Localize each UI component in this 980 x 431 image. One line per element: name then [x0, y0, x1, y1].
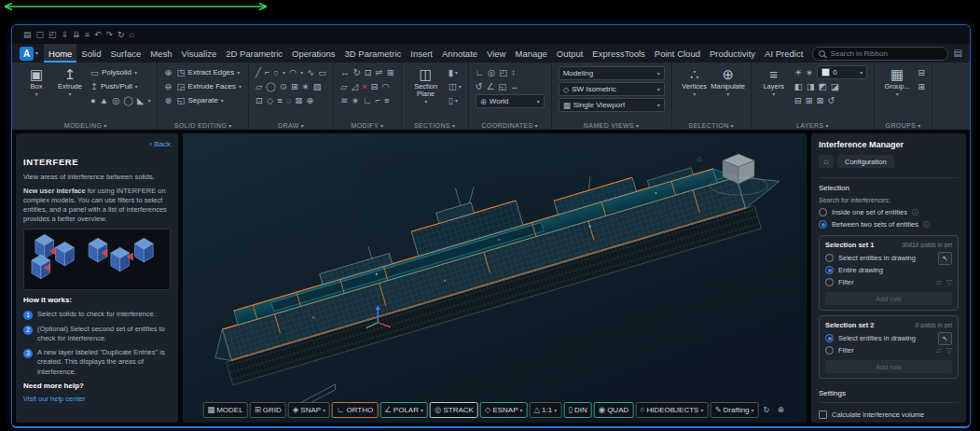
view-cube[interactable] [704, 148, 773, 201]
wedge-icon[interactable]: ◣ [137, 96, 144, 105]
radio-select-entities-in-drawing[interactable] [825, 254, 834, 262]
section-plane-button[interactable]: ◫Section Plane▾ [408, 65, 444, 119]
ucs-object-icon[interactable]: ◱ [498, 82, 506, 91]
back-link[interactable]: ‹ Back [23, 140, 171, 150]
explode-icon[interactable]: ∗ [352, 96, 359, 105]
status-annotation-scale[interactable]: △1:1▾ [530, 402, 562, 418]
app-menu-button[interactable]: A ▾ [20, 47, 38, 61]
ucs-face-icon[interactable]: ◰ [499, 68, 507, 77]
box-button[interactable]: ▣Box▾ [21, 65, 52, 119]
array-icon[interactable]: ⊞ [387, 68, 394, 77]
tab-point-cloud[interactable]: Point Cloud [650, 44, 705, 63]
wipeout-icon[interactable]: ⊠ [295, 96, 302, 105]
extrude-button[interactable]: ↥Extrude▾ [54, 65, 86, 119]
undo-icon[interactable]: ↶ [94, 31, 102, 39]
line-icon[interactable]: ╱ [255, 68, 261, 77]
breadcrumb-configuration[interactable]: Configuration [837, 155, 894, 168]
group-label-modify[interactable]: MODIFY ▾ [334, 122, 400, 129]
layer-delete-icon[interactable]: ⊠ [817, 96, 824, 105]
save-all-icon[interactable]: ⇊ [73, 31, 80, 39]
layer-merge-icon[interactable]: ⊞ [806, 96, 813, 105]
tab-productivity[interactable]: Productivity [705, 44, 760, 63]
vertices-button[interactable]: ∴Vertices▾ [679, 65, 711, 119]
manipulate-button[interactable]: ⊕Manipulate▾ [712, 65, 744, 119]
group-label-modeling[interactable]: MODELING ▾ [14, 122, 157, 129]
open-filter-icon[interactable]: ▱ [936, 346, 942, 355]
radio-filter[interactable] [825, 346, 834, 355]
pick-entities-button[interactable]: ↖ [938, 252, 952, 265]
pick-entities-button[interactable]: ↖ [938, 332, 952, 345]
ellipse-icon[interactable]: ◯ [266, 82, 276, 91]
status-crosshair[interactable]: ⊕ [775, 402, 787, 418]
ucs-world-icon[interactable]: ↔ [510, 82, 519, 91]
layer-freeze-icon[interactable]: ◧ [794, 82, 803, 91]
scale-icon[interactable]: ◿ [352, 82, 358, 91]
chamfer-icon[interactable]: ∟ [363, 96, 371, 105]
circle-icon[interactable]: ○ [273, 68, 279, 77]
redo-icon[interactable]: ↷ [105, 31, 113, 39]
layer-match-icon[interactable]: ◪ [831, 82, 839, 91]
polyline-icon[interactable]: ⌐ [265, 68, 270, 77]
group-label-solid-editing[interactable]: SOLID EDITING ▾ [158, 122, 248, 129]
rectangle-icon[interactable]: ▭ [318, 68, 326, 77]
hatch-icon[interactable]: ▨ [313, 82, 322, 91]
sphere-icon[interactable]: ● [90, 96, 96, 105]
separate-button[interactable]: ◱Separate▾ [176, 93, 242, 107]
intersect-icon[interactable]: ⊗ [164, 96, 172, 105]
boundary-icon[interactable]: ⊡ [255, 96, 263, 105]
group-button[interactable]: ▦Group...▾ [881, 65, 913, 119]
group-label-coordinates[interactable]: COORDINATES ▾ [469, 122, 551, 129]
calculate-volume-checkbox[interactable] [819, 410, 827, 419]
filter-funnel-icon[interactable]: ▽ [946, 278, 952, 286]
revcloud-icon[interactable]: ◌ [286, 96, 292, 105]
group-label-draw[interactable]: DRAW ▾ [249, 122, 333, 129]
tab-visualize[interactable]: Visualize [176, 44, 221, 63]
tab-solid[interactable]: Solid [76, 44, 105, 63]
copy-icon[interactable]: ⊡ [365, 68, 372, 77]
tab-view[interactable]: View [482, 44, 510, 63]
status-polar[interactable]: ∠POLAR▾ [380, 402, 428, 418]
radio-entire-drawing[interactable] [825, 266, 834, 274]
ribbon-search[interactable] [812, 47, 948, 61]
ribbon-panel-toggle-icon[interactable]: ▤ [954, 49, 962, 58]
tab-annotate[interactable]: Annotate [437, 44, 482, 63]
tab-expresstools[interactable]: ExpressTools [587, 44, 650, 63]
open-filter-icon[interactable]: ▱ [936, 278, 942, 286]
status-quad[interactable]: ◉QUAD [594, 402, 634, 418]
status-ortho[interactable]: ∟ORTHO [332, 402, 378, 418]
region-icon[interactable]: ◇ [267, 96, 273, 105]
status-workspace-drafting[interactable]: ✎Drafting▾ [710, 402, 758, 418]
align-icon[interactable]: ≡ [384, 96, 390, 105]
donut-icon[interactable]: ⊙ [280, 82, 287, 91]
multiline-icon[interactable]: ≡ [277, 96, 283, 105]
section-settings-icon[interactable]: ▯ [449, 96, 453, 105]
group-label-selection[interactable]: SELECTION ▾ [672, 122, 751, 129]
cylinder-icon[interactable]: ◎ [112, 96, 119, 105]
trim-icon[interactable]: ⊟ [370, 82, 378, 91]
torus-icon[interactable]: ◯ [123, 96, 133, 105]
tab-output[interactable]: Output [552, 44, 588, 63]
tab-surface[interactable]: Surface [105, 44, 145, 63]
offset-icon[interactable]: ≋ [340, 96, 348, 105]
radio-between-two-sets-of-entities[interactable] [819, 220, 827, 229]
join-icon[interactable]: ⌐ [376, 96, 381, 105]
filter-funnel-icon[interactable]: ▽ [946, 346, 952, 355]
view-preset-select[interactable]: ◇SW Isometric▾ [559, 82, 665, 96]
mirror-icon[interactable]: ⇌ [376, 68, 383, 77]
status-snap[interactable]: ◈SNAP▾ [288, 402, 330, 418]
point-icon[interactable]: ∗ [302, 82, 310, 91]
arc-icon[interactable]: ◠ [289, 68, 297, 77]
ucs-select[interactable]: ⊕World▾ [476, 94, 545, 108]
tab-2d-parametric[interactable]: 2D Parametric [221, 44, 287, 63]
status-esnap[interactable]: ◇ESNAP▾ [480, 402, 528, 418]
tab-mesh[interactable]: Mesh [145, 44, 176, 63]
group-edit-icon[interactable]: ⊞ [918, 82, 925, 91]
ucs-icon[interactable]: ∟ [476, 68, 484, 77]
app-grid-icon[interactable]: ▤ [23, 31, 32, 39]
subtract-icon[interactable]: ⊖ [164, 82, 172, 91]
group-label-named-views[interactable]: NAMED VIEWS ▾ [552, 122, 671, 129]
ucs-z-axis-icon[interactable]: ↕ [511, 68, 516, 77]
stretch-icon[interactable]: ▱ [340, 82, 347, 91]
home-button[interactable]: ⌂ [819, 155, 834, 168]
radio-select-entities-in-drawing[interactable] [825, 334, 834, 342]
